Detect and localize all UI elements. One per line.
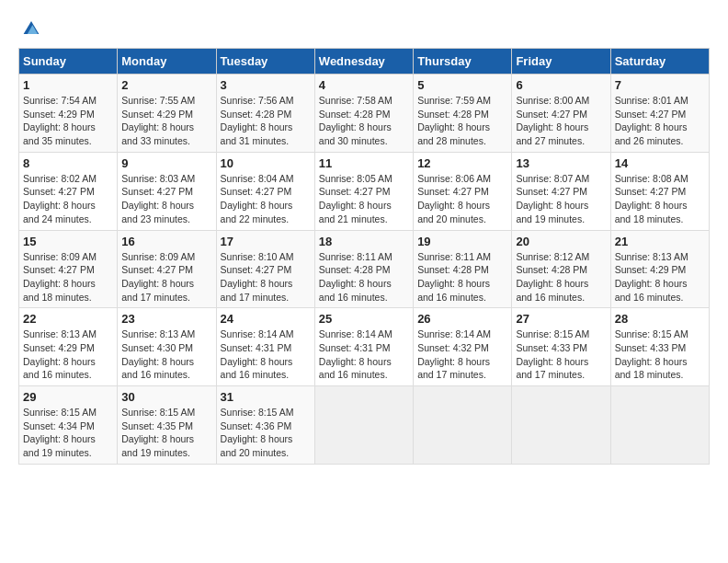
day-number: 30: [121, 390, 211, 404]
calendar-cell: 28Sunrise: 8:15 AM Sunset: 4:33 PM Dayli…: [610, 308, 709, 386]
calendar-cell: 2Sunrise: 7:55 AM Sunset: 4:29 PM Daylig…: [118, 75, 216, 153]
day-number: 23: [121, 312, 211, 326]
day-number: 7: [615, 78, 705, 92]
day-number: 20: [516, 235, 606, 248]
cell-info: Sunrise: 8:05 AM Sunset: 4:27 PM Dayligh…: [319, 173, 392, 224]
cell-info: Sunrise: 8:14 AM Sunset: 4:31 PM Dayligh…: [319, 328, 392, 380]
cell-info: Sunrise: 8:15 AM Sunset: 4:36 PM Dayligh…: [221, 407, 294, 458]
calendar-cell: 27Sunrise: 8:15 AM Sunset: 4:33 PM Dayli…: [512, 308, 610, 386]
calendar-cell: [512, 386, 610, 465]
day-number: 22: [23, 312, 113, 326]
cell-info: Sunrise: 8:00 AM Sunset: 4:27 PM Dayligh…: [516, 95, 589, 146]
cell-info: Sunrise: 7:59 AM Sunset: 4:28 PM Dayligh…: [417, 95, 491, 146]
calendar-week-3: 15Sunrise: 8:09 AM Sunset: 4:27 PM Dayli…: [19, 230, 710, 308]
day-number: 31: [221, 390, 311, 404]
page-header: [18, 15, 710, 40]
logo: [18, 15, 48, 40]
cell-info: Sunrise: 8:12 AM Sunset: 4:28 PM Dayligh…: [516, 251, 589, 303]
day-header-tuesday: Tuesday: [216, 49, 314, 75]
calendar-cell: 17Sunrise: 8:10 AM Sunset: 4:27 PM Dayli…: [216, 230, 314, 308]
day-number: 17: [221, 235, 311, 248]
calendar-cell: 21Sunrise: 8:13 AM Sunset: 4:29 PM Dayli…: [610, 230, 709, 308]
day-header-wednesday: Wednesday: [314, 49, 413, 75]
cell-info: Sunrise: 8:15 AM Sunset: 4:33 PM Dayligh…: [615, 328, 688, 380]
calendar-cell: 29Sunrise: 8:15 AM Sunset: 4:34 PM Dayli…: [19, 386, 118, 465]
day-header-thursday: Thursday: [414, 49, 512, 75]
cell-info: Sunrise: 8:15 AM Sunset: 4:35 PM Dayligh…: [121, 407, 195, 458]
calendar-cell: [414, 386, 512, 465]
calendar-cell: 26Sunrise: 8:14 AM Sunset: 4:32 PM Dayli…: [414, 308, 512, 386]
cell-info: Sunrise: 7:55 AM Sunset: 4:29 PM Dayligh…: [121, 95, 195, 146]
cell-info: Sunrise: 8:11 AM Sunset: 4:28 PM Dayligh…: [417, 251, 491, 303]
cell-info: Sunrise: 8:03 AM Sunset: 4:27 PM Dayligh…: [121, 173, 195, 224]
cell-info: Sunrise: 7:56 AM Sunset: 4:28 PM Dayligh…: [221, 95, 294, 146]
day-number: 5: [417, 78, 507, 92]
calendar-cell: 8Sunrise: 8:02 AM Sunset: 4:27 PM Daylig…: [19, 152, 118, 230]
cell-info: Sunrise: 8:14 AM Sunset: 4:31 PM Dayligh…: [221, 328, 294, 380]
day-number: 19: [417, 235, 507, 248]
calendar-cell: 30Sunrise: 8:15 AM Sunset: 4:35 PM Dayli…: [118, 386, 216, 465]
cell-info: Sunrise: 8:08 AM Sunset: 4:27 PM Dayligh…: [615, 173, 688, 224]
calendar-cell: 11Sunrise: 8:05 AM Sunset: 4:27 PM Dayli…: [314, 152, 413, 230]
day-number: 27: [516, 312, 606, 326]
day-number: 9: [121, 156, 211, 170]
calendar-cell: 18Sunrise: 8:11 AM Sunset: 4:28 PM Dayli…: [314, 230, 413, 308]
calendar-cell: 22Sunrise: 8:13 AM Sunset: 4:29 PM Dayli…: [19, 308, 118, 386]
day-number: 1: [23, 78, 113, 92]
calendar-cell: 3Sunrise: 7:56 AM Sunset: 4:28 PM Daylig…: [216, 75, 314, 153]
day-number: 12: [417, 156, 507, 170]
calendar-week-1: 1Sunrise: 7:54 AM Sunset: 4:29 PM Daylig…: [19, 75, 710, 153]
day-number: 25: [319, 312, 409, 326]
day-number: 10: [221, 156, 311, 170]
cell-info: Sunrise: 8:01 AM Sunset: 4:27 PM Dayligh…: [615, 95, 688, 146]
day-number: 16: [121, 235, 211, 248]
cell-info: Sunrise: 7:54 AM Sunset: 4:29 PM Dayligh…: [23, 95, 97, 146]
cell-info: Sunrise: 8:10 AM Sunset: 4:27 PM Dayligh…: [221, 251, 294, 303]
day-number: 28: [615, 312, 705, 326]
day-number: 29: [23, 390, 113, 404]
calendar-cell: 13Sunrise: 8:07 AM Sunset: 4:27 PM Dayli…: [512, 152, 610, 230]
cell-info: Sunrise: 8:14 AM Sunset: 4:32 PM Dayligh…: [417, 328, 491, 380]
cell-info: Sunrise: 8:09 AM Sunset: 4:27 PM Dayligh…: [121, 251, 195, 303]
day-number: 6: [516, 78, 606, 92]
cell-info: Sunrise: 8:15 AM Sunset: 4:34 PM Dayligh…: [23, 407, 97, 458]
cell-info: Sunrise: 8:09 AM Sunset: 4:27 PM Dayligh…: [23, 251, 97, 303]
logo-icon: [18, 15, 44, 40]
calendar-week-2: 8Sunrise: 8:02 AM Sunset: 4:27 PM Daylig…: [19, 152, 710, 230]
day-number: 11: [319, 156, 409, 170]
cell-info: Sunrise: 8:02 AM Sunset: 4:27 PM Dayligh…: [23, 173, 97, 224]
cell-info: Sunrise: 8:06 AM Sunset: 4:27 PM Dayligh…: [417, 173, 491, 224]
calendar-week-4: 22Sunrise: 8:13 AM Sunset: 4:29 PM Dayli…: [19, 308, 710, 386]
calendar-table: SundayMondayTuesdayWednesdayThursdayFrid…: [18, 48, 710, 465]
day-number: 21: [615, 235, 705, 248]
calendar-cell: 5Sunrise: 7:59 AM Sunset: 4:28 PM Daylig…: [414, 75, 512, 153]
calendar-cell: 6Sunrise: 8:00 AM Sunset: 4:27 PM Daylig…: [512, 75, 610, 153]
calendar-cell: 7Sunrise: 8:01 AM Sunset: 4:27 PM Daylig…: [610, 75, 709, 153]
calendar-cell: [314, 386, 413, 465]
cell-info: Sunrise: 8:13 AM Sunset: 4:29 PM Dayligh…: [23, 328, 97, 380]
calendar-cell: 1Sunrise: 7:54 AM Sunset: 4:29 PM Daylig…: [19, 75, 118, 153]
cell-info: Sunrise: 8:04 AM Sunset: 4:27 PM Dayligh…: [221, 173, 294, 224]
day-number: 26: [417, 312, 507, 326]
day-header-sunday: Sunday: [19, 49, 118, 75]
calendar-cell: 20Sunrise: 8:12 AM Sunset: 4:28 PM Dayli…: [512, 230, 610, 308]
calendar-cell: 12Sunrise: 8:06 AM Sunset: 4:27 PM Dayli…: [414, 152, 512, 230]
day-header-saturday: Saturday: [610, 49, 709, 75]
calendar-cell: 19Sunrise: 8:11 AM Sunset: 4:28 PM Dayli…: [414, 230, 512, 308]
calendar-cell: 16Sunrise: 8:09 AM Sunset: 4:27 PM Dayli…: [118, 230, 216, 308]
calendar-cell: 24Sunrise: 8:14 AM Sunset: 4:31 PM Dayli…: [216, 308, 314, 386]
calendar-cell: 31Sunrise: 8:15 AM Sunset: 4:36 PM Dayli…: [216, 386, 314, 465]
calendar-cell: 4Sunrise: 7:58 AM Sunset: 4:28 PM Daylig…: [314, 75, 413, 153]
cell-info: Sunrise: 8:13 AM Sunset: 4:29 PM Dayligh…: [615, 251, 688, 303]
cell-info: Sunrise: 7:58 AM Sunset: 4:28 PM Dayligh…: [319, 95, 392, 146]
day-number: 8: [23, 156, 113, 170]
cell-info: Sunrise: 8:07 AM Sunset: 4:27 PM Dayligh…: [516, 173, 589, 224]
cell-info: Sunrise: 8:13 AM Sunset: 4:30 PM Dayligh…: [121, 328, 195, 380]
cell-info: Sunrise: 8:11 AM Sunset: 4:28 PM Dayligh…: [319, 251, 392, 303]
cell-info: Sunrise: 8:15 AM Sunset: 4:33 PM Dayligh…: [516, 328, 589, 380]
calendar-cell: 9Sunrise: 8:03 AM Sunset: 4:27 PM Daylig…: [118, 152, 216, 230]
calendar-cell: 23Sunrise: 8:13 AM Sunset: 4:30 PM Dayli…: [118, 308, 216, 386]
calendar-cell: 15Sunrise: 8:09 AM Sunset: 4:27 PM Dayli…: [19, 230, 118, 308]
calendar-cell: 14Sunrise: 8:08 AM Sunset: 4:27 PM Dayli…: [610, 152, 709, 230]
calendar-cell: [610, 386, 709, 465]
